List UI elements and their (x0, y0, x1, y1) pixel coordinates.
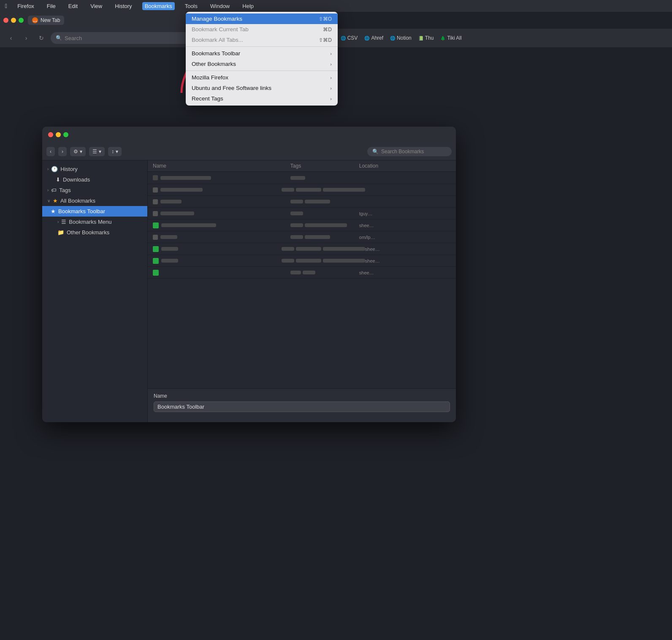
bookmarks-dropdown-menu: Manage Bookmarks ⇧⌘O Bookmark Current Ta… (186, 12, 338, 106)
bookmarks-manager-window: ‹ › ⚙ ▾ ☰ ▾ ↕ ▾ 🔍 Search Bookmarks › 🕐 H… (42, 127, 456, 422)
bm-table-header: Name Tags Location (148, 160, 456, 172)
sidebar-item-bookmarks-toolbar[interactable]: ★ Bookmarks Toolbar (42, 206, 147, 217)
tags-label: Tags (59, 187, 70, 193)
row-favicon (153, 235, 158, 240)
row-name-blur (160, 200, 182, 203)
sidebar-item-tags[interactable]: › 🏷 Tags (42, 185, 147, 195)
row-tag-blur (290, 176, 305, 180)
bm-forward-btn[interactable]: › (58, 147, 67, 156)
col-name: Name (153, 163, 290, 169)
dropdown-item-other-bookmarks[interactable]: Other Bookmarks › (186, 59, 338, 69)
bookmarks-toolbar-sidebar-label: Bookmarks Toolbar (58, 208, 105, 214)
row-tag-blur (290, 200, 303, 203)
bm-sort-btn[interactable]: ↕ ▾ (108, 147, 122, 156)
dropdown-item-manage-bookmarks[interactable]: Manage Bookmarks ⇧⌘O (186, 14, 338, 24)
sidebar-item-other-bookmarks[interactable]: 📁 Other Bookmarks (42, 227, 147, 238)
maximize-button[interactable] (19, 18, 24, 23)
bookmarks-toolbar-label: Bookmarks Toolbar (192, 50, 240, 57)
table-row[interactable] (148, 172, 456, 184)
history-icon: 🕐 (51, 166, 58, 172)
sidebar-item-all-bookmarks[interactable]: ∨ ★ All Bookmarks (42, 195, 147, 206)
sidebar-item-downloads[interactable]: ⬇ Downloads (42, 174, 147, 185)
col-location: Location (359, 163, 451, 169)
bm-search-bar[interactable]: 🔍 Search Bookmarks (367, 147, 452, 156)
back-button[interactable]: ‹ (5, 32, 17, 44)
menubar-bookmarks[interactable]: Bookmarks (142, 2, 175, 10)
tags-icon: 🏷 (51, 187, 57, 193)
row-name-blur (160, 188, 203, 192)
mozilla-firefox-chevron: › (330, 75, 332, 80)
menubar-help[interactable]: Help (240, 2, 256, 10)
row-tag-blur (290, 212, 303, 215)
menubar-history[interactable]: History (112, 2, 134, 10)
bm-csv[interactable]: 🌐 CSV (338, 34, 360, 42)
row-name-blur (160, 176, 211, 180)
row-tag-blur (290, 271, 301, 274)
ahref-icon: 🌐 (364, 36, 369, 41)
thu-icon: 📗 (418, 36, 423, 41)
dropdown-item-ubuntu[interactable]: Ubuntu and Free Software links › (186, 83, 338, 93)
view-chevron: ▾ (99, 149, 101, 155)
dropdown-item-recent-tags[interactable]: Recent Tags › (186, 93, 338, 104)
mozilla-firefox-label: Mozilla Firefox (192, 74, 228, 81)
bm-name-input[interactable] (154, 401, 450, 412)
menubar-firefox[interactable]: Firefox (15, 2, 37, 10)
sidebar-item-bookmarks-menu[interactable]: › ☰ Bookmarks Menu (42, 217, 147, 227)
menubar-window[interactable]: Window (208, 2, 232, 10)
table-row[interactable]: shee… (148, 267, 456, 279)
all-bookmarks-icon: ★ (53, 198, 58, 204)
forward-button[interactable]: › (20, 32, 32, 44)
bm-gear-btn[interactable]: ⚙ ▾ (70, 147, 86, 156)
bm-maximize-button[interactable] (63, 132, 68, 137)
row-favicon (153, 246, 159, 252)
bookmark-all-tabs-shortcut: ⇧⌘D (319, 37, 332, 43)
bm-search-placeholder: Search Bookmarks (381, 149, 424, 155)
row-favicon (153, 175, 158, 180)
ahref-label: Ahref (371, 35, 383, 41)
downloads-label: Downloads (63, 176, 90, 183)
bm-ahref[interactable]: 🌐 Ahref (362, 34, 386, 42)
row-tag-blur (296, 247, 321, 251)
table-row[interactable]: shee… (148, 243, 456, 255)
bm-content: › 🕐 History ⬇ Downloads › 🏷 Tags ∨ ★ All… (42, 160, 456, 422)
row-tag-blur (305, 235, 330, 239)
csv-icon: 🌐 (341, 36, 346, 41)
bm-minimize-button[interactable] (56, 132, 61, 137)
menubar-file[interactable]: File (44, 2, 58, 10)
row-tag-blur (323, 247, 365, 251)
refresh-button[interactable]: ↻ (35, 32, 47, 44)
table-row[interactable] (148, 196, 456, 208)
table-row[interactable]: om/lp… (148, 231, 456, 243)
table-row[interactable]: shee… (148, 255, 456, 267)
bookmark-current-tab-shortcut: ⌘D (323, 27, 332, 33)
row-tags (290, 200, 359, 203)
menubar-view[interactable]: View (88, 2, 105, 10)
close-button[interactable] (3, 18, 8, 23)
bm-tiki-all[interactable]: 🌲 Tiki All (438, 34, 464, 42)
bm-back-btn[interactable]: ‹ (46, 147, 55, 156)
bm-toolbar: ‹ › ⚙ ▾ ☰ ▾ ↕ ▾ 🔍 Search Bookmarks (42, 143, 456, 160)
sidebar-item-history[interactable]: › 🕐 History (42, 164, 147, 174)
row-favicon (153, 187, 158, 193)
row-name-blur (161, 223, 216, 227)
apple-menu[interactable]:  (5, 3, 7, 9)
bm-notion[interactable]: 🌐 Notion (387, 34, 414, 42)
minimize-button[interactable] (11, 18, 16, 23)
new-tab[interactable]: 🦊 New Tab (28, 16, 64, 25)
dropdown-item-bookmarks-toolbar[interactable]: Bookmarks Toolbar › (186, 48, 338, 59)
table-row[interactable] (148, 184, 456, 196)
menubar-edit[interactable]: Edit (66, 2, 80, 10)
menubar-tools[interactable]: Tools (182, 2, 200, 10)
dropdown-item-bookmark-all-tabs[interactable]: Bookmark All Tabs... ⇧⌘D (186, 35, 338, 45)
dropdown-item-bookmark-current-tab[interactable]: Bookmark Current Tab ⌘D (186, 24, 338, 35)
table-row[interactable]: tguy… (148, 208, 456, 220)
recent-tags-label: Recent Tags (192, 95, 223, 102)
bm-close-button[interactable] (48, 132, 53, 137)
row-tag-blur (305, 200, 330, 203)
bm-thu[interactable]: 📗 Thu (416, 34, 436, 42)
dropdown-item-mozilla-firefox[interactable]: Mozilla Firefox › (186, 72, 338, 83)
table-row[interactable]: shee… (148, 220, 456, 231)
bm-view-btn[interactable]: ☰ ▾ (89, 147, 105, 156)
ubuntu-chevron: › (330, 86, 332, 91)
row-location: tguy… (359, 211, 451, 216)
